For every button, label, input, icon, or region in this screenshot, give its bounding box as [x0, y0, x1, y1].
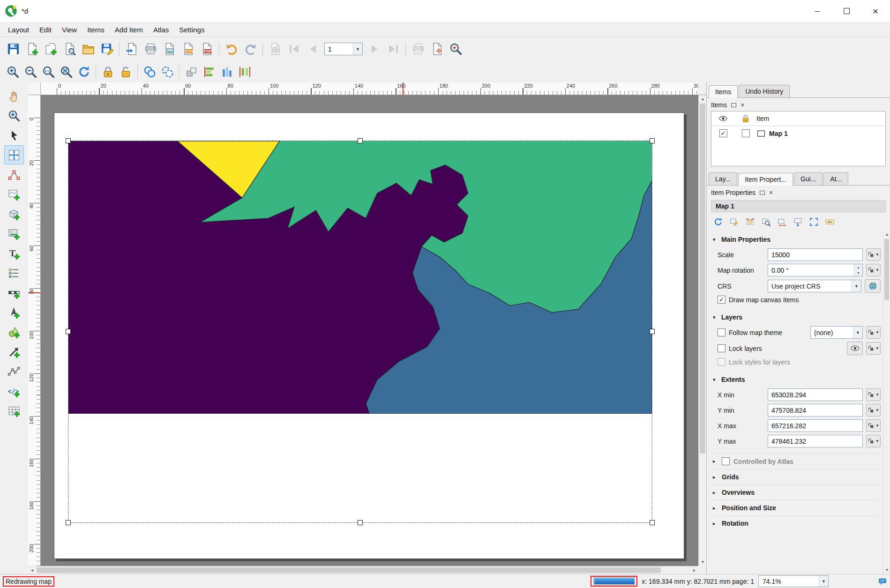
theme-data-defined-button[interactable]: ▼	[866, 326, 881, 339]
vertical-scrollbar[interactable]: ▲ ▼	[698, 95, 706, 566]
atlas-settings-button[interactable]	[427, 40, 446, 59]
resize-handle-ne[interactable]	[650, 138, 655, 143]
next-feature-button[interactable]	[365, 40, 384, 59]
zoom-to-atlas-feature-button[interactable]	[446, 40, 465, 59]
x-max-input[interactable]	[768, 419, 863, 432]
messages-balloon-icon[interactable]	[878, 577, 887, 586]
y-max-data-defined-button[interactable]: ▼	[866, 435, 881, 447]
scale-input[interactable]	[768, 248, 863, 261]
resize-handle-se[interactable]	[650, 520, 655, 525]
section-controlled-by-atlas[interactable]: ▸Controlled by Atlas	[712, 453, 881, 469]
add-map-button[interactable]	[4, 185, 24, 204]
tab-item-properties[interactable]: Item Propert...	[738, 173, 793, 186]
distribute-items-button[interactable]	[236, 63, 254, 80]
menu-settings[interactable]: Settings	[174, 24, 209, 36]
add-html-button[interactable]: </>	[4, 381, 24, 401]
layers-header[interactable]: ▾ Layers	[712, 310, 881, 323]
extents-header[interactable]: ▾ Extents	[712, 372, 881, 386]
add-legend-button[interactable]	[4, 263, 24, 283]
map1-visibility-checkbox[interactable]: ✓	[719, 129, 727, 137]
main-properties-header[interactable]: ▾ Main Properties	[712, 232, 881, 246]
add-label-button[interactable]: T	[4, 244, 24, 263]
layout-manager-button[interactable]	[60, 40, 79, 59]
resize-handle-sw[interactable]	[66, 520, 71, 525]
export-as-svg-button[interactable]: SVG	[179, 40, 197, 59]
resize-handle-nw[interactable]	[66, 138, 71, 143]
tab-layout[interactable]: Lay...	[709, 172, 737, 185]
add-items-from-template-button[interactable]	[79, 40, 97, 59]
menu-items[interactable]: Items	[82, 24, 110, 36]
group-items-button[interactable]	[141, 63, 158, 80]
view-map-extent-in-canvas-button[interactable]	[759, 215, 773, 229]
zoom-tool[interactable]	[4, 106, 24, 125]
spinbox-arrows[interactable]: ▲▼	[854, 264, 862, 276]
zoom-level-combo[interactable]: 74.1% ▼	[758, 575, 829, 587]
items-panel-float-button[interactable]	[731, 103, 736, 107]
menu-add-item[interactable]: Add Item	[110, 24, 148, 36]
refresh-view-button[interactable]	[75, 63, 93, 80]
move-item-content-tool[interactable]	[4, 145, 24, 164]
horizontal-scroll-thumb[interactable]	[37, 567, 661, 573]
ungroup-items-button[interactable]	[158, 63, 176, 80]
undo-button[interactable]	[222, 40, 241, 59]
map-rotation-spinbox[interactable]: ▲▼	[768, 264, 863, 276]
map1-lock-checkbox[interactable]	[742, 129, 750, 137]
layout-page[interactable]	[54, 112, 684, 559]
pan-layout-tool[interactable]	[4, 86, 24, 105]
scroll-up-arrow-icon[interactable]: ▲	[699, 95, 707, 103]
add-3d-map-button[interactable]	[4, 204, 24, 223]
section-position-and-size[interactable]: ▸Position and Size	[712, 500, 881, 515]
add-arrow-button[interactable]	[4, 342, 24, 361]
atlas-page-combo[interactable]: 1▼	[324, 43, 363, 55]
menu-view[interactable]: View	[57, 24, 82, 36]
tab-atlas[interactable]: At...	[823, 172, 848, 185]
properties-scroll-thumb[interactable]	[884, 239, 889, 300]
lock-layers-data-defined-button[interactable]: ▼	[866, 342, 881, 355]
close-button[interactable]: ×	[861, 0, 890, 22]
print-atlas-button[interactable]	[409, 40, 427, 59]
zoom-to-map-extent-button[interactable]	[807, 215, 821, 229]
set-frame-to-extent-button[interactable]	[791, 215, 805, 229]
add-north-arrow-button[interactable]	[4, 303, 24, 322]
section-overviews[interactable]: ▸Overviews	[712, 484, 881, 500]
x-min-data-defined-button[interactable]: ▼	[866, 388, 881, 401]
align-items-button[interactable]	[200, 63, 218, 80]
first-feature-button[interactable]	[284, 40, 303, 59]
refresh-map-preview-button[interactable]	[711, 215, 725, 229]
scale-data-defined-button[interactable]: ▼	[866, 248, 881, 261]
export-as-pdf-button[interactable]: PDF	[197, 40, 216, 59]
item-properties-float-button[interactable]	[760, 191, 765, 195]
crs-combo[interactable]: Use project CRS ▼	[768, 280, 861, 292]
add-node-item-button[interactable]	[4, 362, 24, 381]
scroll-up-arrow-icon[interactable]: ▲	[883, 231, 890, 238]
properties-scrollbar[interactable]: ▲ ▼	[883, 231, 890, 574]
x-max-data-defined-button[interactable]: ▼	[866, 419, 881, 432]
items-tree-row-map1[interactable]: ✓ Map 1	[711, 126, 885, 141]
vertical-scroll-thumb[interactable]	[700, 104, 705, 454]
resize-handle-s[interactable]	[358, 520, 363, 525]
new-layout-button[interactable]	[22, 40, 41, 59]
save-project-button[interactable]	[4, 40, 22, 59]
controlled-by-atlas-checkbox[interactable]	[722, 457, 730, 465]
tab-guides[interactable]: Gui...	[794, 172, 823, 185]
preview-atlas-button[interactable]	[266, 40, 284, 59]
add-attribute-table-button[interactable]	[4, 401, 24, 420]
scroll-right-arrow-icon[interactable]: ►	[690, 566, 698, 574]
scroll-down-arrow-icon[interactable]: ▼	[883, 566, 890, 574]
zoom-in-button[interactable]	[4, 63, 22, 80]
previous-feature-button[interactable]	[303, 40, 322, 59]
redo-button[interactable]	[241, 40, 260, 59]
tab-undo-history[interactable]: Undo History	[739, 85, 790, 97]
resize-handle-e[interactable]	[650, 329, 655, 334]
map-theme-combo[interactable]: (none) ▼	[810, 326, 863, 339]
y-min-input[interactable]	[768, 404, 863, 417]
rotation-data-defined-button[interactable]: ▼	[866, 264, 881, 276]
section-grids[interactable]: ▸Grids	[712, 469, 881, 484]
maximize-button[interactable]	[832, 0, 861, 22]
follow-map-theme-checkbox[interactable]	[718, 328, 725, 336]
duplicate-layout-button[interactable]	[41, 40, 60, 59]
horizontal-scrollbar[interactable]: ◄ ►	[28, 566, 698, 574]
zoom-full-extent-button[interactable]	[57, 63, 75, 80]
select-move-item-tool[interactable]	[4, 126, 24, 145]
menu-layout[interactable]: Layout	[3, 24, 34, 36]
